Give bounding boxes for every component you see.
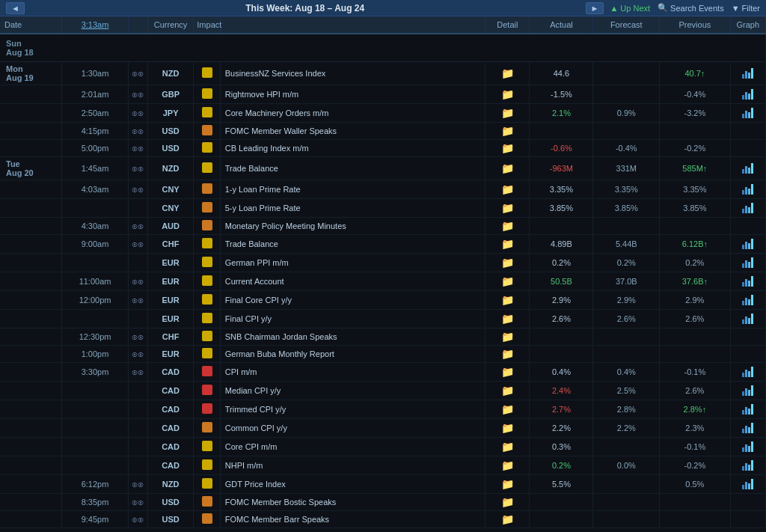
graph-cell[interactable] bbox=[730, 494, 765, 511]
detail-cell[interactable]: 📁 bbox=[485, 291, 530, 310]
detail-cell[interactable]: 📁 bbox=[485, 157, 530, 180]
graph-icon[interactable] bbox=[742, 183, 753, 195]
impact-icon bbox=[202, 67, 212, 78]
detail-cell[interactable]: 📁 bbox=[485, 346, 530, 363]
detail-folder-icon[interactable]: 📁 bbox=[501, 313, 514, 325]
prev-week-button[interactable]: ◄ bbox=[6, 2, 25, 14]
detail-folder-icon[interactable]: 📁 bbox=[501, 107, 514, 119]
detail-cell[interactable]: 📁 bbox=[485, 382, 530, 400]
detail-folder-icon[interactable]: 📁 bbox=[501, 275, 514, 287]
graph-cell[interactable] bbox=[730, 235, 765, 254]
graph-icon[interactable] bbox=[742, 440, 753, 452]
detail-cell[interactable]: 📁 bbox=[485, 494, 530, 511]
graph-icon[interactable] bbox=[742, 67, 753, 79]
graph-icon[interactable] bbox=[742, 275, 753, 287]
graph-cell[interactable] bbox=[730, 382, 765, 400]
graph-cell[interactable] bbox=[730, 140, 765, 157]
graph-cell[interactable] bbox=[730, 310, 765, 328]
detail-cell[interactable]: 📁 bbox=[485, 272, 530, 291]
detail-cell[interactable]: 📁 bbox=[485, 199, 530, 218]
detail-folder-icon[interactable]: 📁 bbox=[501, 202, 514, 214]
graph-cell[interactable] bbox=[730, 456, 765, 475]
next-week-button[interactable]: ► bbox=[586, 2, 604, 14]
detail-cell[interactable]: 📁 bbox=[485, 328, 530, 346]
detail-cell[interactable]: 📁 bbox=[485, 400, 530, 419]
graph-icon[interactable] bbox=[742, 256, 753, 268]
detail-folder-icon[interactable]: 📁 bbox=[501, 422, 514, 434]
graph-cell[interactable] bbox=[730, 180, 765, 199]
detail-folder-icon[interactable]: 📁 bbox=[501, 331, 514, 343]
detail-cell[interactable]: 📁 bbox=[485, 363, 530, 382]
graph-cell[interactable] bbox=[730, 438, 765, 456]
graph-icon[interactable] bbox=[742, 201, 753, 213]
detail-cell[interactable]: 📁 bbox=[485, 85, 530, 104]
detail-cell[interactable]: 📁 bbox=[485, 104, 530, 123]
graph-cell[interactable] bbox=[730, 218, 765, 235]
graph-cell[interactable] bbox=[730, 346, 765, 363]
graph-icon[interactable] bbox=[742, 237, 753, 249]
detail-cell[interactable]: 📁 bbox=[485, 254, 530, 272]
graph-icon[interactable] bbox=[742, 421, 753, 433]
graph-icon[interactable] bbox=[742, 477, 753, 489]
detail-folder-icon[interactable]: 📁 bbox=[501, 220, 514, 232]
search-events-button[interactable]: 🔍 Search Events bbox=[658, 3, 724, 13]
detail-folder-icon[interactable]: 📁 bbox=[501, 441, 514, 453]
graph-icon[interactable] bbox=[742, 293, 753, 305]
detail-cell[interactable]: 📁 bbox=[485, 218, 530, 235]
graph-cell[interactable] bbox=[730, 475, 765, 494]
detail-folder-icon[interactable]: 📁 bbox=[501, 67, 514, 79]
graph-cell[interactable] bbox=[730, 363, 765, 382]
graph-icon[interactable] bbox=[742, 403, 753, 415]
detail-folder-icon[interactable]: 📁 bbox=[501, 459, 514, 471]
graph-icon[interactable] bbox=[742, 459, 753, 471]
up-next-button[interactable]: ▲ Up Next bbox=[610, 4, 650, 13]
detail-folder-icon[interactable]: 📁 bbox=[501, 385, 514, 397]
detail-folder-icon[interactable]: 📁 bbox=[501, 238, 514, 250]
detail-folder-icon[interactable]: 📁 bbox=[501, 183, 514, 195]
graph-icon[interactable] bbox=[742, 162, 753, 174]
detail-cell[interactable]: 📁 bbox=[485, 456, 530, 475]
graph-icon[interactable] bbox=[742, 88, 753, 100]
filter-button[interactable]: ▼ Filter bbox=[732, 4, 760, 13]
detail-folder-icon[interactable]: 📁 bbox=[501, 513, 514, 525]
graph-cell[interactable] bbox=[730, 400, 765, 419]
detail-folder-icon[interactable]: 📁 bbox=[501, 294, 514, 306]
detail-folder-icon[interactable]: 📁 bbox=[501, 125, 514, 137]
col-time-header[interactable]: 3:13am bbox=[62, 16, 129, 34]
detail-cell[interactable]: 📁 bbox=[485, 123, 530, 140]
graph-cell[interactable] bbox=[730, 419, 765, 438]
detail-folder-icon[interactable]: 📁 bbox=[501, 88, 514, 100]
graph-icon[interactable] bbox=[742, 384, 753, 396]
detail-folder-icon[interactable]: 📁 bbox=[501, 496, 514, 508]
detail-cell[interactable]: 📁 bbox=[485, 62, 530, 85]
graph-cell[interactable] bbox=[730, 85, 765, 104]
detail-folder-icon[interactable]: 📁 bbox=[501, 478, 514, 490]
detail-folder-icon[interactable]: 📁 bbox=[501, 403, 514, 415]
graph-cell[interactable] bbox=[730, 511, 765, 528]
detail-cell[interactable]: 📁 bbox=[485, 475, 530, 494]
graph-cell[interactable] bbox=[730, 272, 765, 291]
graph-icon[interactable] bbox=[742, 106, 753, 118]
detail-cell[interactable]: 📁 bbox=[485, 235, 530, 254]
detail-folder-icon[interactable]: 📁 bbox=[501, 257, 514, 269]
detail-cell[interactable]: 📁 bbox=[485, 511, 530, 528]
graph-cell[interactable] bbox=[730, 328, 765, 346]
graph-cell[interactable] bbox=[730, 104, 765, 123]
graph-cell[interactable] bbox=[730, 254, 765, 272]
detail-cell[interactable]: 📁 bbox=[485, 438, 530, 456]
detail-folder-icon[interactable]: 📁 bbox=[501, 366, 514, 378]
graph-cell[interactable] bbox=[730, 62, 765, 85]
detail-cell[interactable]: 📁 bbox=[485, 310, 530, 328]
graph-cell[interactable] bbox=[730, 291, 765, 310]
graph-cell[interactable] bbox=[730, 199, 765, 218]
detail-folder-icon[interactable]: 📁 bbox=[501, 142, 514, 154]
graph-icon[interactable] bbox=[742, 365, 753, 377]
detail-cell[interactable]: 📁 bbox=[485, 140, 530, 157]
detail-cell[interactable]: 📁 bbox=[485, 419, 530, 438]
graph-cell[interactable] bbox=[730, 157, 765, 180]
graph-icon[interactable] bbox=[742, 312, 753, 324]
detail-folder-icon[interactable]: 📁 bbox=[501, 348, 514, 360]
detail-cell[interactable]: 📁 bbox=[485, 180, 530, 199]
graph-cell[interactable] bbox=[730, 123, 765, 140]
detail-folder-icon[interactable]: 📁 bbox=[501, 162, 514, 174]
